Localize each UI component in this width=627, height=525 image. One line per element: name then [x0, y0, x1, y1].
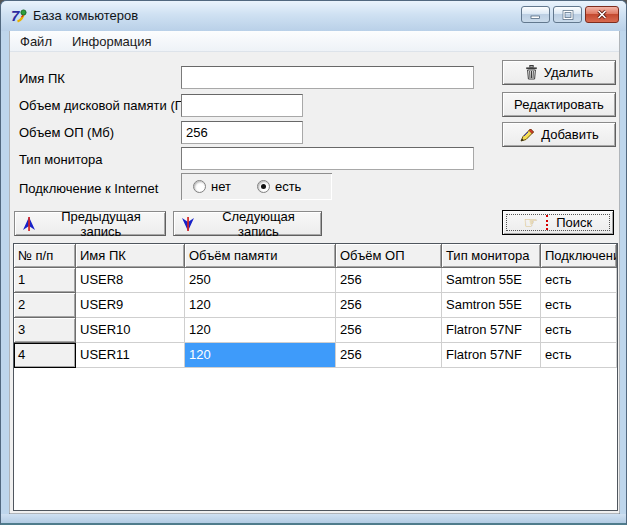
pointing-hand-icon: ☞ — [524, 216, 538, 230]
edit-button[interactable]: Редактировать — [502, 92, 616, 117]
grid-cell[interactable]: Samtron 55E — [442, 268, 541, 293]
grid-header-cell: № п/п — [14, 244, 76, 268]
grid-cell[interactable]: USER10 — [76, 318, 185, 343]
minimize-icon — [530, 10, 541, 20]
delete-button-label: Удалить — [544, 65, 594, 80]
edit-button-label: Редактировать — [514, 97, 604, 112]
grid-cell[interactable]: 256 — [336, 343, 442, 368]
radio-yes[interactable]: есть — [257, 179, 301, 194]
grid-cell[interactable]: USER11 — [76, 343, 185, 368]
add-button[interactable]: Добавить — [502, 122, 616, 147]
menu-bar: Файл Информация — [10, 31, 619, 52]
grid-cell[interactable]: 120 — [185, 293, 336, 318]
next-record-label: Следующая запись — [202, 209, 315, 239]
grid-cell[interactable]: 250 — [185, 268, 336, 293]
disk-size-input[interactable] — [181, 94, 303, 117]
table-row: 3USER10120256Flatron 57NFесть — [14, 318, 617, 343]
search-button-label: Поиск — [556, 215, 592, 230]
grid-cell[interactable]: есть — [541, 268, 617, 293]
grid-cell[interactable]: 120 — [185, 318, 336, 343]
grid-cell[interactable]: 256 — [336, 293, 442, 318]
grid-cell[interactable]: есть — [541, 343, 617, 368]
menu-information[interactable]: Информация — [62, 32, 162, 51]
radio-no-label: нет — [211, 179, 231, 194]
menu-file[interactable]: Файл — [10, 32, 62, 51]
grid-header-cell: Тип монитора — [442, 244, 541, 268]
table-row: 1USER8250256Samtron 55Eесть — [14, 268, 617, 293]
client-area: Файл Информация Имя ПК Объем дисковой па… — [9, 31, 620, 514]
disk-size-label: Объем дисковой памяти (Гб) — [19, 98, 194, 113]
window-bottom-frame — [1, 514, 627, 525]
window-title: База комьютеров — [33, 8, 138, 23]
radio-circle-icon — [193, 180, 206, 193]
monitor-type-input[interactable] — [181, 147, 474, 170]
maximize-button[interactable] — [553, 6, 582, 23]
internet-radio-group: нет есть — [181, 173, 332, 200]
internet-label: Подключение к Internet — [19, 181, 158, 196]
grid-header-cell: Объём памяти — [185, 244, 336, 268]
svg-text:7: 7 — [11, 8, 20, 24]
title-bar[interactable]: 7 База комьютеров — [1, 1, 627, 31]
trash-icon — [525, 65, 538, 80]
monitor-type-label: Тип монитора — [19, 152, 102, 167]
grid-cell[interactable]: 256 — [336, 268, 442, 293]
minimize-button[interactable] — [521, 6, 550, 23]
grid-cell[interactable]: USER9 — [76, 293, 185, 318]
pc-name-label: Имя ПК — [19, 71, 65, 86]
next-record-button[interactable]: Следующая запись — [173, 211, 322, 236]
arrow-down-icon — [180, 216, 196, 232]
grid-header-cell: Объём ОП — [336, 244, 442, 268]
pencil-icon — [519, 127, 535, 143]
grid-cell[interactable]: Samtron 55E — [442, 293, 541, 318]
grid-cell[interactable]: 120 — [185, 343, 336, 368]
search-button[interactable]: ☞ Поиск — [502, 210, 614, 235]
previous-record-label: Предыдущая запись — [43, 209, 159, 239]
row-number-cell[interactable]: 3 — [14, 318, 76, 343]
radio-yes-label: есть — [275, 179, 301, 194]
arrow-up-icon — [21, 216, 37, 232]
row-number-cell[interactable]: 4 — [14, 343, 76, 368]
radio-circle-icon — [257, 180, 270, 193]
previous-record-button[interactable]: Предыдущая запись — [14, 211, 166, 236]
grid-cell[interactable]: USER8 — [76, 268, 185, 293]
close-button[interactable] — [585, 6, 619, 23]
close-icon — [596, 9, 608, 20]
row-number-cell[interactable]: 2 — [14, 293, 76, 318]
grid-cell[interactable]: Flatron 57NF — [442, 343, 541, 368]
delete-button[interactable]: Удалить — [502, 60, 616, 85]
grid-cell[interactable]: есть — [541, 318, 617, 343]
grid-header-cell: Подключени — [541, 244, 617, 268]
add-button-label: Добавить — [541, 127, 598, 142]
table-row: 2USER9120256Samtron 55Eесть — [14, 293, 617, 318]
grid-cell[interactable]: есть — [541, 293, 617, 318]
ram-size-label: Объем ОП (Мб) — [19, 125, 114, 140]
row-number-cell[interactable]: 1 — [14, 268, 76, 293]
grid: № п/пИмя ПКОбъём памятиОбъём ОПТип монит… — [13, 243, 618, 511]
grid-cell[interactable]: 256 — [336, 318, 442, 343]
maximize-icon — [562, 10, 574, 20]
table-row: 4USER11120256Flatron 57NFесть — [14, 343, 617, 368]
delphi-7-icon: 7 — [11, 8, 27, 24]
app-window: 7 База комьютеров Файл — [0, 0, 627, 525]
red-dotted-divider-icon — [546, 215, 548, 230]
grid-cell[interactable]: Flatron 57NF — [442, 318, 541, 343]
pc-name-input[interactable] — [181, 66, 474, 89]
grid-header-cell: Имя ПК — [76, 244, 185, 268]
ram-size-input[interactable] — [181, 121, 303, 144]
radio-no[interactable]: нет — [193, 179, 231, 194]
